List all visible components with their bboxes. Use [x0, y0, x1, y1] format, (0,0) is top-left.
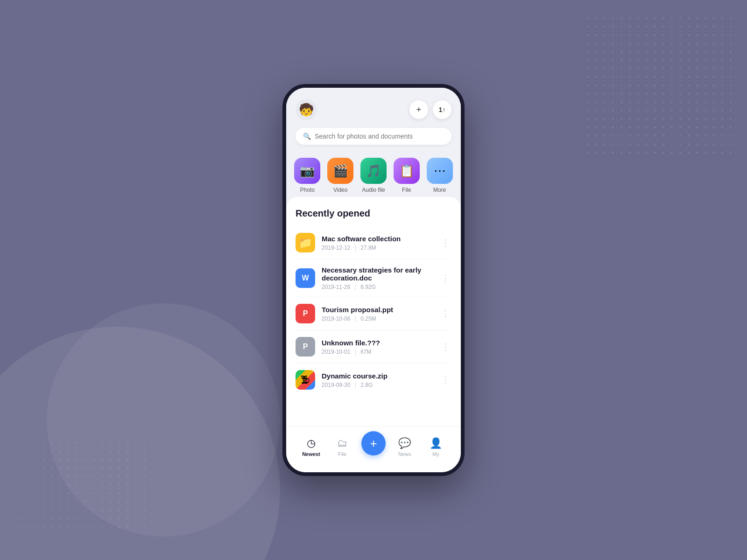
category-photo[interactable]: 📷 Photo — [294, 158, 320, 193]
file-more-button[interactable]: ⋮ — [439, 341, 451, 353]
file-meta: 2019-12-12 | 27.8M — [322, 245, 433, 251]
file-size: 67M — [360, 349, 371, 355]
file-more-button[interactable]: ⋮ — [439, 308, 451, 320]
newest-icon: ◷ — [307, 437, 316, 449]
category-more[interactable]: ⋯ More — [427, 158, 453, 193]
file-info: Mac software collection 2019-12-12 | 27.… — [322, 235, 433, 251]
header-actions: + 1↑ — [409, 100, 451, 119]
file-meta: 2019-10-06 | 0.25M — [322, 315, 433, 322]
nav-news[interactable]: 💬 News — [389, 437, 420, 457]
file-meta: 2019-10-01 | 67M — [322, 349, 433, 355]
ppt-icon: P — [296, 304, 315, 323]
nav-add[interactable]: + — [358, 431, 389, 463]
file-date: 2019-12-12 — [322, 245, 350, 251]
file-nav-icon: 🗂 — [337, 437, 347, 449]
file-name: Mac software collection — [322, 235, 433, 243]
file-nav-label: File — [338, 451, 346, 457]
search-bar[interactable]: 🔍 — [296, 128, 451, 145]
categories-row: 📷 Photo 🎬 Video 🎵 Audio file 📋 File ⋯ Mo… — [286, 150, 461, 197]
file-name: Tourism proposal.ppt — [322, 306, 433, 314]
file-item[interactable]: 📁 Mac software collection 2019-12-12 | 2… — [296, 226, 451, 259]
video-label: Video — [333, 187, 347, 193]
main-content: Recently opened 📁 Mac software collectio… — [286, 197, 461, 426]
category-video[interactable]: 🎬 Video — [327, 158, 353, 193]
search-input[interactable] — [315, 133, 444, 140]
photo-icon: 📷 — [294, 158, 320, 184]
header-top: 🧒 + 1↑ — [296, 99, 451, 120]
file-meta: 2019-11-26 | 8.92G — [322, 284, 433, 290]
file-info: Unknown file.??? 2019-10-01 | 67M — [322, 339, 433, 355]
file-item[interactable]: W Necessary strategies for early decorat… — [296, 259, 451, 297]
photo-label: Photo — [300, 187, 315, 193]
zip-icon: 🗜 — [296, 370, 315, 390]
nav-newest[interactable]: ◷ Newest — [296, 437, 327, 457]
video-icon: 🎬 — [327, 158, 353, 184]
add-nav-button[interactable]: + — [361, 431, 386, 455]
file-info: Necessary strategies for early decoratio… — [322, 266, 433, 290]
file-meta: 2019-09-30 | 2.8G — [322, 382, 433, 388]
recently-opened-title: Recently opened — [296, 208, 451, 219]
audio-label: Audio file — [362, 187, 385, 193]
my-icon: 👤 — [430, 437, 442, 449]
nav-my[interactable]: 👤 My — [420, 437, 451, 457]
folder-icon: 📁 — [296, 233, 315, 252]
file-name: Necessary strategies for early decoratio… — [322, 266, 433, 282]
nav-file[interactable]: 🗂 File — [327, 437, 358, 457]
more-icon: ⋯ — [427, 158, 453, 184]
my-label: My — [432, 451, 439, 457]
newest-label: Newest — [302, 451, 320, 457]
file-more-button[interactable]: ⋮ — [439, 272, 451, 284]
audio-icon: 🎵 — [360, 158, 387, 184]
bg-dots-bottom-left — [14, 439, 145, 532]
file-info: Tourism proposal.ppt 2019-10-06 | 0.25M — [322, 306, 433, 322]
phone-header: 🧒 + 1↑ 🔍 — [286, 88, 461, 150]
file-size: 8.92G — [360, 284, 376, 290]
category-file[interactable]: 📋 File — [394, 158, 420, 193]
bg-dots-top-right — [584, 14, 733, 154]
file-size: 27.8M — [360, 245, 376, 251]
unknown-icon: P — [296, 337, 315, 357]
file-label: File — [402, 187, 411, 193]
word-icon: W — [296, 268, 315, 288]
news-label: News — [398, 451, 411, 457]
avatar[interactable]: 🧒 — [296, 99, 317, 120]
phone-shell: 🧒 + 1↑ 🔍 📷 Photo 🎬 Video 🎵 Audio file 📋 — [282, 84, 465, 476]
file-date: 2019-11-26 — [322, 284, 350, 290]
add-button[interactable]: + — [409, 100, 428, 119]
file-item[interactable]: P Unknown file.??? 2019-10-01 | 67M ⋮ — [296, 330, 451, 364]
search-icon: 🔍 — [303, 133, 311, 140]
file-size: 0.25M — [360, 315, 376, 322]
news-icon: 💬 — [398, 437, 411, 449]
file-date: 2019-10-01 — [322, 349, 350, 355]
file-size: 2.8G — [360, 382, 373, 388]
file-more-button[interactable]: ⋮ — [439, 374, 451, 386]
file-item[interactable]: P Tourism proposal.ppt 2019-10-06 | 0.25… — [296, 297, 451, 330]
file-name: Unknown file.??? — [322, 339, 433, 347]
file-more-button[interactable]: ⋮ — [439, 237, 451, 249]
file-info: Dynamic course.zip 2019-09-30 | 2.8G — [322, 372, 433, 388]
sort-button[interactable]: 1↑ — [433, 100, 451, 119]
file-item[interactable]: 🗜 Dynamic course.zip 2019-09-30 | 2.8G ⋮ — [296, 364, 451, 396]
more-label: More — [433, 187, 446, 193]
file-date: 2019-09-30 — [322, 382, 350, 388]
file-list: 📁 Mac software collection 2019-12-12 | 2… — [296, 226, 451, 396]
category-audio[interactable]: 🎵 Audio file — [360, 158, 387, 193]
file-name: Dynamic course.zip — [322, 372, 433, 380]
file-date: 2019-10-06 — [322, 315, 350, 322]
file-icon: 📋 — [394, 158, 420, 184]
bottom-nav: ◷ Newest 🗂 File + 💬 News 👤 My — [286, 426, 461, 472]
